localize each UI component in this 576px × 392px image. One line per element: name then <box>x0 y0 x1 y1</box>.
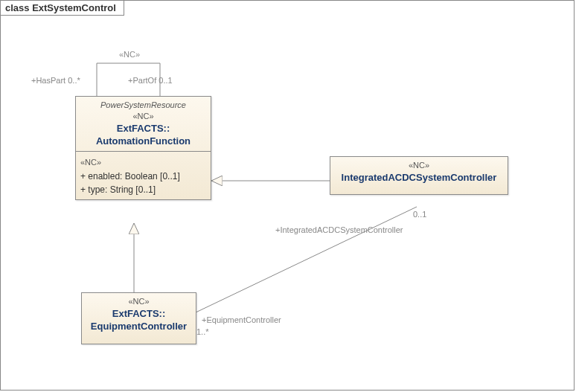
class-name: ExtFACTS:: EquipmentController <box>86 307 191 333</box>
class-body <box>82 336 196 344</box>
class-header: «NC» ExtFACTS:: EquipmentController <box>82 293 196 336</box>
class-stereotype: «NC» <box>80 111 206 122</box>
assoc-end-equipment-controller-mult: 1..* <box>196 327 209 336</box>
class-stereotype: «NC» <box>86 296 191 307</box>
assoc-end-integrated-controller-mult: 0..1 <box>413 210 426 219</box>
class-stereotype: «NC» <box>335 160 503 171</box>
diagram-title: class ExtSystemControl <box>5 2 116 13</box>
class-equipment-controller: «NC» ExtFACTS:: EquipmentController <box>81 292 196 344</box>
class-name: IntegratedACDCSystemController <box>335 171 503 184</box>
class-automation-function: PowerSystemResource «NC» ExtFACTS:: Auto… <box>75 96 211 200</box>
attr-stereotype: «NC» <box>80 156 206 169</box>
class-attribute: + enabled: Boolean [0..1] <box>80 170 206 183</box>
class-attribute: + type: String [0..1] <box>80 183 206 196</box>
class-body: «NC» + enabled: Boolean [0..1] + type: S… <box>76 152 211 200</box>
assoc-end-haspart: +HasPart 0..* <box>31 76 80 85</box>
assoc-end-integrated-controller-role: +IntegratedACDCSystemController <box>275 225 403 234</box>
class-header: «NC» IntegratedACDCSystemController <box>330 157 508 187</box>
assoc-end-partof: +PartOf 0..1 <box>128 76 173 85</box>
class-body <box>330 187 508 194</box>
class-package: PowerSystemResource <box>80 100 206 111</box>
diagram-title-tab: class ExtSystemControl <box>1 1 124 16</box>
class-name: ExtFACTS:: AutomationFunction <box>80 122 206 148</box>
class-header: PowerSystemResource «NC» ExtFACTS:: Auto… <box>76 97 211 152</box>
assoc-end-equipment-controller-role: +EquipmentController <box>202 315 281 324</box>
class-integrated-acdc-system-controller: «NC» IntegratedACDCSystemController <box>330 156 508 195</box>
assoc-self-stereotype: «NC» <box>119 50 140 59</box>
